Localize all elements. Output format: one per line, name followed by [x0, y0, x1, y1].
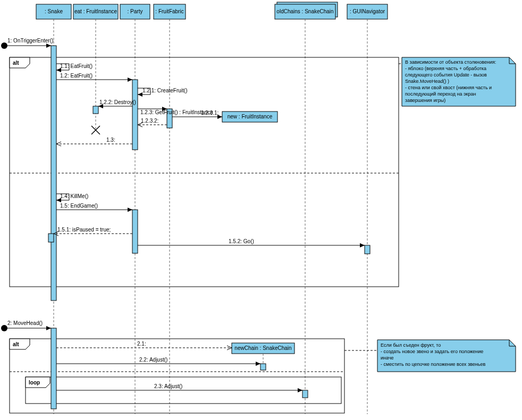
activation-gui — [365, 245, 370, 254]
note-2: Если был съеден фрукт, то - создать ново… — [377, 340, 516, 372]
msg-1-3-label: 1.3: — [106, 137, 115, 143]
activation-oldchains — [302, 390, 308, 398]
activation-newchain — [260, 364, 266, 370]
lifeline-eat-label: eat : FruitInstance — [74, 8, 117, 14]
alt-frame-1-label: alt — [13, 60, 19, 66]
created-new-chain-label: newChain : SnakeChain — [234, 345, 291, 351]
lifeline-oldchains-label: oldChains : SnakeChain — [276, 8, 333, 14]
loop-frame-label: loop — [29, 380, 40, 385]
created-new-fruit-label: new : FruitInstance — [228, 114, 273, 119]
svg-text:следующего события Update - вы: следующего события Update - вызов — [405, 72, 487, 78]
msg-1-4-label: 1.4: KillMe() — [60, 193, 88, 199]
svg-text:- стена или свой хвост (нижняя: - стена или свой хвост (нижняя часть и — [405, 85, 492, 90]
msg-2-3-label: 2.3: Adjust() — [154, 383, 182, 389]
activation-snake-2 — [51, 328, 56, 409]
alt-frame-1 — [10, 57, 399, 287]
msg-1-label: 1: OnTriggerEnter() — [7, 38, 53, 44]
svg-text:завершения игры): завершения игры) — [405, 98, 445, 103]
sequence-diagram: : Snake eat : FruitInstance : Party : Fr… — [0, 0, 522, 420]
msg-2-label: 2: MoveHead() — [7, 320, 43, 326]
activation-party-2 — [132, 210, 138, 253]
lifeline-fabric: : FruitFabric — [154, 4, 186, 414]
alt-frame-2-label: alt — [13, 341, 19, 347]
lifeline-party-label: : Party — [128, 8, 143, 14]
svg-text:иначе: иначе — [381, 355, 394, 361]
msg-1-2-3-1-label: 1.2.3.1: — [201, 110, 218, 116]
msg-1-5-1-label: 1.5.1: isPaused = true; — [57, 227, 111, 233]
msg-1-5-2-label: 1.5.2: Go() — [229, 238, 254, 244]
svg-text:- создать новое звено и задать: - создать новое звено и задать его полож… — [381, 349, 483, 354]
svg-text:Если был съеден фрукт, то: Если был съеден фрукт, то — [381, 342, 441, 348]
lifeline-party: : Party — [120, 4, 150, 414]
start-gate-1 — [1, 42, 7, 49]
svg-text:последующий переход на экран: последующий переход на экран — [405, 91, 476, 97]
activation-eat-destroy — [93, 106, 98, 114]
msg-2-2-label: 2.2: Adjust() — [139, 357, 167, 363]
msg-2-1-label: 2.1: — [137, 341, 146, 347]
msg-1-2-1-label: 1.2.1: CreateFruit() — [142, 88, 187, 93]
svg-text:В зависимости от объекта столк: В зависимости от объекта столкновения: — [405, 59, 496, 65]
activation-snake-1 — [51, 46, 56, 301]
note-1: В зависимости от объекта столкновения: -… — [402, 57, 516, 106]
msg-1-1-label: 1.1: EatFruit() — [60, 63, 92, 69]
lifeline-snake-label: : Snake — [45, 8, 63, 14]
start-gate-2 — [1, 325, 7, 331]
msg-1-5-label: 1.5: EndGame() — [60, 203, 98, 209]
lifeline-fabric-label: : FruitFabric — [155, 8, 183, 14]
lifeline-gui-label: : GUINavigator — [350, 8, 385, 14]
msg-1-2-label: 1.2: EatFruit() — [60, 73, 92, 79]
svg-text:Snake.MoveHead() ): Snake.MoveHead() ) — [405, 79, 449, 84]
msg-1-2-2-label: 1.2.2: Destroy() — [99, 99, 136, 105]
svg-text:- сместить по цепочке положени: - сместить по цепочке положение всех зве… — [381, 362, 485, 367]
activation-party-1 — [132, 80, 138, 150]
msg-1-2-3-2-label: 1.2.3.2: — [141, 118, 158, 124]
svg-text:- яблоко (верхняя часть + обра: - яблоко (верхняя часть + обработка — [405, 66, 486, 71]
activation-snake-ispaused — [48, 234, 54, 242]
